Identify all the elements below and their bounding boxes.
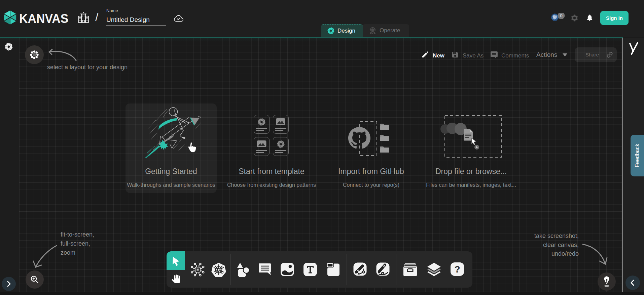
svg-text:0: 0 <box>560 13 562 18</box>
svg-text:?: ? <box>454 264 460 275</box>
